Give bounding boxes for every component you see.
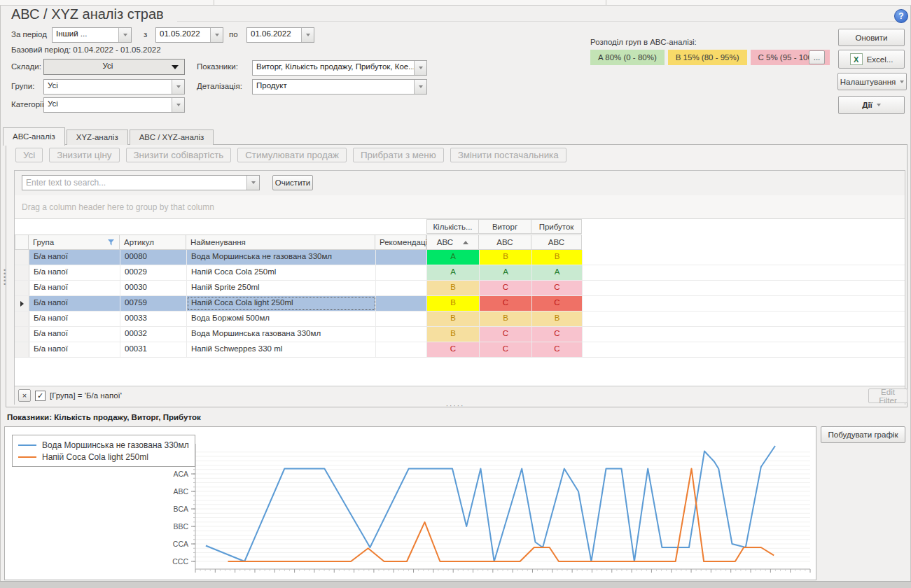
name-cell: Напій Sprite 250ml — [187, 281, 376, 295]
help-icon[interactable]: ? — [894, 9, 908, 23]
period-label: За період — [11, 30, 47, 38]
group-by-hint[interactable]: Drag a column header here to group by th… — [15, 195, 905, 219]
recommendation-cell — [376, 342, 427, 357]
page-title: АВС / XYZ аналіз страв — [11, 6, 164, 22]
band-column-revenue[interactable]: Виторг — [478, 219, 531, 234]
date-from-select[interactable]: 01.05.2022 — [155, 27, 223, 43]
chevron-down-icon[interactable] — [118, 28, 131, 42]
abc-cell: C — [532, 281, 583, 295]
action-button-усі[interactable]: Усі — [15, 148, 43, 162]
column-header-abc-quantity[interactable]: АВС — [426, 234, 479, 250]
period-select[interactable]: Інший ... — [52, 27, 132, 43]
chevron-down-icon[interactable] — [301, 28, 314, 42]
abc-cell: B — [480, 312, 532, 326]
sku-cell: 00030 — [120, 281, 187, 295]
recommendation-cell — [376, 327, 427, 342]
name-cell: Напій Schweppes 330 ml — [187, 342, 376, 357]
abc-distribution-label: Розподіл груп в АВС-аналізі: — [590, 38, 697, 46]
legend-item: Вода Моршинська не газована 330мл — [18, 439, 189, 451]
table-row[interactable]: Б/а напої00031Напій Schweppes 330 mlCCC — [15, 342, 905, 358]
table-row[interactable]: Б/а напої00759Напій Coca Cola light 250m… — [15, 296, 905, 312]
tab-авс-аналіз[interactable]: АВС-аналіз — [3, 127, 65, 146]
row-indicator — [15, 250, 29, 265]
table-row[interactable]: Б/а напої00030Напій Sprite 250mlBCC — [15, 281, 905, 296]
tab-авс-xyz-аналіз[interactable]: АВС / XYZ-аналіз — [130, 130, 214, 145]
row-indicator — [15, 342, 29, 357]
panel-drag-handle[interactable]: ••••• — [4, 269, 8, 290]
clear-search-button[interactable]: Очистити — [272, 175, 313, 190]
abc-group-badge: B 15% (80 - 95%) — [668, 50, 747, 65]
abc-cell: B — [427, 296, 480, 311]
horizontal-splitter[interactable]: ····· — [420, 404, 490, 410]
search-box[interactable] — [22, 175, 260, 190]
action-button-знизити-собівартість[interactable]: Знизити собівартість — [126, 148, 232, 162]
stores-select[interactable]: Усі — [43, 59, 185, 75]
tab-xyz-аналіз[interactable]: XYZ-аналіз — [67, 130, 128, 145]
focused-row-arrow-icon — [20, 301, 24, 307]
actions-button[interactable]: Дії — [838, 96, 905, 114]
name-cell: Вода Моршинська не газована 330мл — [187, 250, 376, 265]
sku-cell: 00029 — [120, 265, 187, 280]
excel-button[interactable]: X Excel... — [838, 50, 905, 69]
edit-filter-button[interactable]: Edit Filter — [868, 388, 907, 403]
chevron-down-icon[interactable] — [172, 80, 184, 94]
group-cell: Б/а напої — [29, 265, 120, 280]
abc-cell: C — [480, 296, 532, 311]
column-header-sku[interactable]: Артикул — [119, 234, 186, 250]
chevron-down-icon[interactable] — [414, 61, 426, 75]
abc-cell: C — [532, 296, 583, 311]
abc-cell: C — [480, 281, 532, 295]
remove-filter-button[interactable]: × — [18, 389, 31, 402]
name-cell: Напій Coca Cola light 250ml — [187, 296, 376, 311]
table-row[interactable]: Б/а напої00080Вода Моршинська не газован… — [15, 250, 905, 265]
y-axis-label: BBC — [173, 522, 188, 531]
column-header-name[interactable]: Найменування — [186, 234, 375, 250]
abc-cell: C — [427, 342, 480, 357]
table-row[interactable]: Б/а напої00033Вода Боржомі 500млBBB — [15, 312, 905, 327]
table-row[interactable]: Б/а напої00029Напій Coca Cola 250mlAAA — [15, 265, 905, 281]
abc-cell: A — [427, 250, 480, 265]
band-column-quantity[interactable]: Кількість... — [426, 219, 479, 234]
date-to-select[interactable]: 01.06.2022 — [246, 27, 314, 43]
grid-rows: Б/а напої00080Вода Моршинська не газован… — [15, 250, 905, 358]
build-chart-button[interactable]: Побудувати графік — [821, 426, 905, 443]
column-header-group[interactable]: Група — [28, 234, 120, 250]
abc-cell: B — [532, 312, 583, 326]
row-indicator — [15, 312, 29, 326]
refresh-button[interactable]: Оновити — [838, 29, 905, 46]
top-strip-divider — [214, 0, 214, 5]
action-button-прибрати-з-меню[interactable]: Прибрати з меню — [353, 148, 444, 162]
action-button-стимулювати-продаж[interactable]: Стимулювати продаж — [237, 148, 347, 162]
sku-cell: 00080 — [120, 250, 187, 265]
categories-label: Категорії — [11, 100, 44, 108]
recommendation-cell — [376, 312, 427, 326]
name-cell: Вода Боржомі 500мл — [187, 312, 376, 326]
search-input[interactable] — [22, 176, 246, 190]
column-header-abc-profit[interactable]: АВС — [531, 234, 582, 250]
detail-select[interactable]: Продукт — [252, 79, 427, 94]
row-indicator — [15, 327, 29, 342]
chevron-down-icon[interactable] — [246, 176, 259, 190]
triangle-down-icon — [172, 65, 179, 69]
abc-cell: A — [480, 265, 532, 280]
settings-button[interactable]: Налаштування — [837, 73, 907, 90]
abc-xyz-analysis-window: { "window": { "title": "АВС / XYZ аналіз… — [0, 0, 911, 588]
stores-label: Склади: — [11, 62, 41, 71]
action-button-знизити-ціну[interactable]: Знизити ціну — [49, 148, 119, 162]
filter-checkbox[interactable]: ✓ — [35, 391, 46, 401]
column-header-recommendations[interactable]: Рекомендації — [375, 234, 426, 250]
action-button-змінити-постачальника[interactable]: Змінити постачальника — [450, 148, 566, 162]
y-axis-label: ABC — [173, 487, 188, 496]
legend-line-blue — [18, 444, 36, 446]
abc-distribution-more-button[interactable]: ... — [809, 50, 825, 64]
chevron-down-icon[interactable] — [172, 98, 184, 112]
chevron-down-icon[interactable] — [414, 80, 426, 94]
chevron-down-icon[interactable] — [210, 28, 223, 42]
filter-funnel-icon[interactable] — [107, 239, 115, 246]
indicators-select[interactable]: Виторг, Кількість продажу, Прибуток, Кое… — [252, 60, 427, 76]
groups-select[interactable]: Усі — [43, 79, 185, 94]
column-header-abc-revenue[interactable]: АВС — [478, 234, 531, 250]
table-row[interactable]: Б/а напої00032Вода Моршинська газована 3… — [15, 327, 905, 342]
band-column-profit[interactable]: Прибуток — [531, 219, 582, 234]
categories-select[interactable]: Усі — [43, 97, 185, 113]
